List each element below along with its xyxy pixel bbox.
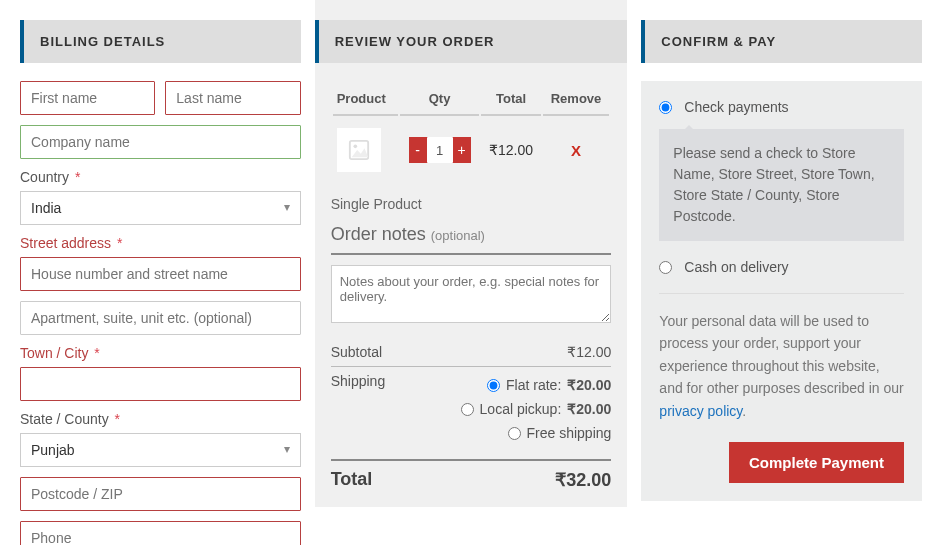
- shipping-row: Shipping Flat rate: ₹20.00 Local pickup:…: [331, 367, 612, 451]
- th-remove: Remove: [543, 83, 610, 116]
- svg-point-1: [353, 145, 357, 149]
- pay-cod-radio[interactable]: [659, 261, 672, 274]
- order-notes-title: Order notes (optional): [331, 224, 612, 255]
- apartment-input[interactable]: [20, 301, 301, 335]
- billing-column: BILLING DETAILS Country * India Street a…: [20, 20, 301, 545]
- first-name-input[interactable]: [20, 81, 155, 115]
- postcode-input[interactable]: [20, 477, 301, 511]
- complete-payment-button[interactable]: Complete Payment: [729, 442, 904, 483]
- phone-input[interactable]: [20, 521, 301, 545]
- review-title: REVIEW YOUR ORDER: [315, 20, 628, 63]
- image-icon: [348, 139, 370, 161]
- state-label: State / County *: [20, 411, 301, 427]
- review-column: REVIEW YOUR ORDER Product Qty Total Remo…: [315, 0, 628, 507]
- grand-total-row: Total ₹32.00: [331, 459, 612, 491]
- confirm-column: CONFIRM & PAY Check payments Please send…: [641, 20, 922, 501]
- qty-stepper[interactable]: - +: [409, 137, 471, 163]
- qty-input[interactable]: [427, 137, 453, 163]
- th-product: Product: [333, 83, 398, 116]
- checkout-columns: BILLING DETAILS Country * India Street a…: [20, 20, 922, 545]
- pay-check-label: Check payments: [684, 99, 788, 115]
- country-select[interactable]: India: [20, 191, 301, 225]
- product-image-placeholder: [337, 128, 381, 172]
- order-notes-textarea[interactable]: [331, 265, 612, 323]
- order-row: - + ₹12.00 X: [333, 118, 610, 182]
- subtotal-row: Subtotal ₹12.00: [331, 338, 612, 367]
- street-input[interactable]: [20, 257, 301, 291]
- ship-local-radio[interactable]: [461, 403, 474, 416]
- privacy-policy-link[interactable]: privacy policy: [659, 403, 742, 419]
- state-select[interactable]: Punjab: [20, 433, 301, 467]
- remove-item-button[interactable]: X: [571, 142, 581, 159]
- ship-flat-radio[interactable]: [487, 379, 500, 392]
- privacy-text: Your personal data will be used to proce…: [659, 310, 904, 422]
- last-name-input[interactable]: [165, 81, 300, 115]
- ship-free-radio[interactable]: [508, 427, 521, 440]
- qty-minus-button[interactable]: -: [409, 137, 427, 163]
- pay-check-radio[interactable]: [659, 101, 672, 114]
- qty-plus-button[interactable]: +: [453, 137, 471, 163]
- th-total: Total: [481, 83, 540, 116]
- payment-box: Check payments Please send a check to St…: [641, 81, 922, 501]
- company-input[interactable]: [20, 125, 301, 159]
- product-name: Single Product: [331, 196, 612, 212]
- billing-title: BILLING DETAILS: [20, 20, 301, 63]
- town-input[interactable]: [20, 367, 301, 401]
- order-table: Product Qty Total Remove: [331, 81, 612, 184]
- town-label: Town / City *: [20, 345, 301, 361]
- pay-check-description: Please send a check to Store Name, Store…: [659, 129, 904, 241]
- street-label: Street address *: [20, 235, 301, 251]
- country-label: Country *: [20, 169, 301, 185]
- confirm-title: CONFIRM & PAY: [641, 20, 922, 63]
- pay-cod-label: Cash on delivery: [684, 259, 788, 275]
- line-total: ₹12.00: [481, 118, 540, 182]
- th-qty: Qty: [400, 83, 480, 116]
